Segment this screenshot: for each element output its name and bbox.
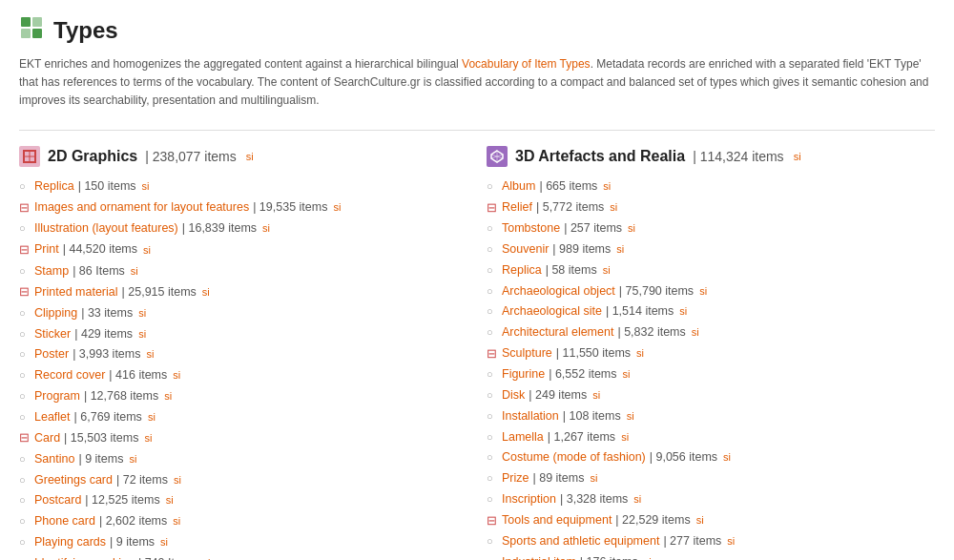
si-link[interactable]: si xyxy=(166,492,174,508)
si-link[interactable]: si xyxy=(679,303,687,320)
si-link[interactable]: si xyxy=(627,408,634,425)
si-link[interactable]: si xyxy=(628,220,635,237)
si-link[interactable]: si xyxy=(262,220,270,237)
item-link[interactable]: Installation xyxy=(502,407,559,425)
item-link[interactable]: Program xyxy=(34,387,80,405)
item-link[interactable]: Print xyxy=(34,240,59,259)
item-link[interactable]: Sculpture xyxy=(502,344,552,363)
item-link[interactable]: Card xyxy=(34,429,60,447)
item-link[interactable]: Replica xyxy=(34,177,74,196)
si-link[interactable]: si xyxy=(603,178,611,195)
list-item: ○ Architectural element | 5,832 items si xyxy=(487,322,935,343)
item-link[interactable]: Costume (mode of fashion) xyxy=(502,448,646,467)
marker-minus[interactable]: ⊟ xyxy=(19,198,31,218)
item-link[interactable]: Industrial item xyxy=(502,553,576,560)
list-item: ○ Greetings card | 72 items si xyxy=(19,469,467,490)
item-link[interactable]: Lamella xyxy=(502,428,544,446)
si-link[interactable]: si xyxy=(644,554,652,560)
column-2d: 2D Graphics | 238,077 items si ○ Replica… xyxy=(19,146,467,560)
si-link[interactable]: si xyxy=(603,262,611,279)
item-link[interactable]: Greetings card xyxy=(34,471,113,489)
si-link[interactable]: si xyxy=(723,449,731,466)
item-link[interactable]: Sports and athletic equipment xyxy=(502,532,659,550)
list-item: ⊟ Sculpture | 11,550 items si xyxy=(487,342,935,364)
item-link[interactable]: Inscription xyxy=(502,490,556,508)
item-link[interactable]: Souvenir xyxy=(502,240,549,259)
item-link[interactable]: Disk xyxy=(502,386,525,404)
si-link[interactable]: si xyxy=(633,491,641,508)
si-link[interactable]: si xyxy=(590,470,597,487)
si-link[interactable]: si xyxy=(636,345,644,362)
list-item: ○ Disk | 249 items si xyxy=(487,385,935,406)
si-link[interactable]: si xyxy=(621,429,629,446)
item-link[interactable]: Archaeological object xyxy=(502,282,615,301)
si-link[interactable]: si xyxy=(333,199,341,216)
vocab-link[interactable]: Vocabulary of Item Types xyxy=(462,57,591,71)
si-link[interactable]: si xyxy=(144,430,152,446)
si-link[interactable]: si xyxy=(692,324,699,341)
marker-minus[interactable]: ⊟ xyxy=(487,511,498,530)
item-link[interactable]: Tombstone xyxy=(502,219,560,238)
item-link[interactable]: Printed material xyxy=(34,283,118,301)
item-link[interactable]: Replica xyxy=(502,261,542,280)
si-link[interactable]: si xyxy=(164,388,172,404)
item-link[interactable]: Santino xyxy=(34,450,74,468)
item-link[interactable]: Prize xyxy=(502,469,529,487)
si-link[interactable]: si xyxy=(142,178,150,195)
item-link[interactable]: Album xyxy=(502,177,535,196)
item-link[interactable]: Figurine xyxy=(502,365,545,384)
marker-circle: ○ xyxy=(487,470,498,487)
marker-minus[interactable]: ⊟ xyxy=(19,282,31,301)
si-link[interactable]: si xyxy=(727,533,735,550)
item-link[interactable]: Tools and equipment xyxy=(502,511,612,529)
si-link[interactable]: si xyxy=(173,513,180,529)
si-link[interactable]: si xyxy=(174,472,181,488)
si-link[interactable]: si xyxy=(146,346,154,363)
marker-circle: ○ xyxy=(19,534,31,550)
si-link[interactable]: si xyxy=(148,409,156,425)
list-item: ○ Santino | 9 items si xyxy=(19,448,467,469)
item-link[interactable]: Postcard xyxy=(34,491,81,509)
si-link[interactable]: si xyxy=(202,284,210,301)
si-link[interactable]: si xyxy=(699,283,707,300)
item-link[interactable]: Phone card xyxy=(34,512,95,530)
item-link[interactable]: Architectural element xyxy=(502,323,613,342)
si-link[interactable]: si xyxy=(616,241,624,258)
marker-minus[interactable]: ⊟ xyxy=(19,240,31,259)
si-link[interactable]: si xyxy=(623,366,631,383)
section-si-link-2d[interactable]: si xyxy=(246,151,254,162)
item-link[interactable]: Relief xyxy=(502,198,532,217)
si-link[interactable]: si xyxy=(143,242,151,259)
marker-circle: ○ xyxy=(19,263,31,280)
marker-minus[interactable]: ⊟ xyxy=(487,344,498,363)
item-link[interactable]: Playing cards xyxy=(34,533,106,551)
si-link[interactable]: si xyxy=(138,326,146,342)
si-link[interactable]: si xyxy=(160,534,168,550)
item-link[interactable]: Identifying marking xyxy=(34,554,135,560)
si-link[interactable]: si xyxy=(610,199,617,216)
si-link[interactable]: si xyxy=(131,263,138,280)
marker-circle: ○ xyxy=(19,513,31,529)
section-header-2d: 2D Graphics | 238,077 items si xyxy=(19,146,467,167)
item-link[interactable]: Poster xyxy=(34,345,69,363)
item-link[interactable]: Stamp xyxy=(34,262,69,280)
list-item: ○ Prize | 89 items si xyxy=(487,468,935,489)
item-link[interactable]: Images and ornament for layout features xyxy=(34,198,249,217)
item-link[interactable]: Record cover xyxy=(34,366,105,384)
marker-minus[interactable]: ⊟ xyxy=(19,428,31,447)
si-link[interactable]: si xyxy=(696,512,704,529)
si-link[interactable]: si xyxy=(592,387,600,404)
page-header: Types xyxy=(19,15,935,46)
section-si-link-3d[interactable]: si xyxy=(794,151,801,162)
marker-minus[interactable]: ⊟ xyxy=(487,198,498,218)
item-link[interactable]: Archaeological site xyxy=(502,302,602,321)
si-link[interactable]: si xyxy=(129,451,136,467)
si-link[interactable]: si xyxy=(203,555,211,560)
marker-circle: ○ xyxy=(19,305,31,321)
item-link[interactable]: Illustration (layout features) xyxy=(34,219,178,238)
item-link[interactable]: Leaflet xyxy=(34,408,71,426)
item-link[interactable]: Sticker xyxy=(34,325,71,343)
si-link[interactable]: si xyxy=(173,367,180,384)
item-link[interactable]: Clipping xyxy=(34,304,77,322)
si-link[interactable]: si xyxy=(138,305,146,321)
